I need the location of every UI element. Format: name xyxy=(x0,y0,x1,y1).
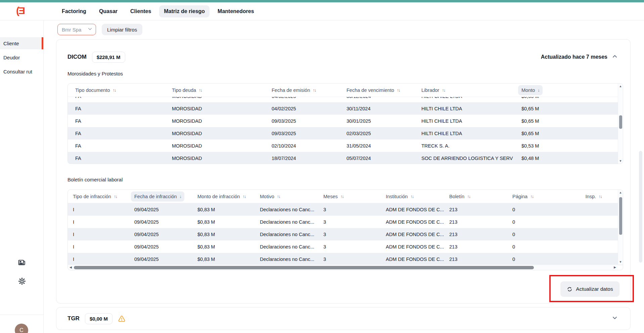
table-cell: 213 xyxy=(444,207,507,212)
column-header-p-gina[interactable]: Página↑↓ xyxy=(507,194,572,199)
chevron-down-icon[interactable] xyxy=(611,315,618,323)
nav-item-factoring[interactable]: Factoring xyxy=(57,5,91,17)
table-cell: MOROSIDAD xyxy=(165,131,264,136)
sort-both-icon: ↑↓ xyxy=(340,194,343,199)
page-scrollbar-thumb[interactable] xyxy=(639,151,642,263)
table-cell: ADM DE FONDOS DE C... xyxy=(381,257,444,262)
scroll-right-arrow[interactable]: ▶ xyxy=(614,266,616,269)
table-cell: 213 xyxy=(444,257,507,262)
table-cell: 09/04/2025 xyxy=(129,257,192,262)
table-cell: 02/10/2024 xyxy=(264,143,339,149)
app-header: (Ǝ Factoring Quasar Clientes Matriz de r… xyxy=(0,2,644,20)
news-icon[interactable] xyxy=(17,258,27,268)
sort-both-icon: ↑↓ xyxy=(199,88,202,93)
brand-logo-icon[interactable]: (Ǝ xyxy=(16,5,24,16)
column-header-label: Monto xyxy=(521,88,535,93)
table-row[interactable]: I09/04/2025$0,83 MDeclaraciones no Canc.… xyxy=(68,216,623,228)
table-row[interactable]: I09/04/2025$0,83 MDeclaraciones no Canc.… xyxy=(68,203,623,216)
client-filter-select[interactable]: Bmr Spa xyxy=(57,24,96,35)
nav-item-clientes[interactable]: Clientes xyxy=(126,5,156,17)
table-cell: 09/04/2025 xyxy=(129,207,192,212)
table-cell: 09/04/2025 xyxy=(129,219,192,225)
settings-gear-icon[interactable] xyxy=(17,276,27,286)
table-cell: FA xyxy=(68,97,165,99)
column-header-meses[interactable]: Meses↑↓ xyxy=(318,194,381,199)
table-cell: I xyxy=(68,244,129,249)
table-cell: HILTI CHILE LTDA xyxy=(414,97,514,99)
column-header-tipo-de-infracci-n[interactable]: Tipo de infracción↑↓ xyxy=(68,194,129,199)
chevron-down-icon xyxy=(88,26,92,33)
scrollbar-thumb[interactable] xyxy=(619,115,622,129)
morosidades-section-title: Morosidades y Protestos xyxy=(67,71,123,76)
column-header-monto-de-infracci-n[interactable]: Monto de infracción↑↓ xyxy=(192,194,255,199)
scroll-down-arrow[interactable]: ▼ xyxy=(618,159,623,163)
user-avatar[interactable]: C xyxy=(15,324,28,333)
refresh-icon xyxy=(567,286,572,292)
scrollbar-thumb[interactable] xyxy=(74,266,534,269)
table-cell: 05/07/2024 xyxy=(339,156,414,161)
column-header-label: Monto de infracción xyxy=(197,194,240,199)
sidebar-item-deudor[interactable]: Deudor xyxy=(0,51,44,63)
table-cell: 04/02/2025 xyxy=(264,106,339,111)
morosidades-table-body: FAMOROSIDAD04/02/202530/11/2024HILTI CHI… xyxy=(68,102,623,164)
refresh-data-button[interactable]: Actualizar datos xyxy=(560,281,619,297)
sidebar-item-consultar-rut[interactable]: Consultar rut xyxy=(0,65,44,77)
table-row[interactable]: I09/04/2025$0,83 MDeclaraciones no Canc.… xyxy=(68,240,623,253)
scrollbar-thumb[interactable] xyxy=(619,197,622,235)
table-row[interactable]: FAMOROSIDAD04/02/202530/11/2024HILTI CHI… xyxy=(68,102,623,115)
sort-both-icon: ↑↓ xyxy=(277,194,280,199)
table-cell: 3 xyxy=(318,257,381,262)
scroll-up-arrow[interactable]: ▲ xyxy=(618,85,623,88)
column-header-tipo-documento[interactable]: Tipo documento↑↓ xyxy=(68,88,165,93)
chevron-up-icon[interactable] xyxy=(611,53,618,61)
column-header-label: Fecha de infracción xyxy=(134,194,177,199)
table-cell: $0,65 M xyxy=(514,97,618,99)
column-header-motivo[interactable]: Motivo↑↓ xyxy=(255,194,318,199)
table-cell: FA xyxy=(68,143,165,149)
sidebar-item-cliente[interactable]: Cliente xyxy=(0,37,44,49)
horizontal-scrollbar: ◀ ▶ xyxy=(68,265,618,270)
table-cell: ADM DE FONDOS DE C... xyxy=(381,219,444,225)
table-cell: $0,48 M xyxy=(514,156,618,161)
tgr-title: TGR xyxy=(67,315,80,322)
column-header-librador[interactable]: Librador↑↓ xyxy=(414,88,514,93)
table-row[interactable]: I09/04/2025$0,83 MDeclaraciones no Canc.… xyxy=(68,228,623,240)
scroll-down-arrow[interactable]: ▼ xyxy=(618,260,623,264)
table-cell: $0,65 M xyxy=(514,131,618,136)
table-cell: ADM DE FONDOS DE C... xyxy=(381,244,444,249)
table-row[interactable]: FAMOROSIDAD04/02/202530/12/2024HILTI CHI… xyxy=(68,97,623,102)
table-cell: $0,53 M xyxy=(514,143,618,149)
table-cell: HILTI CHILE LTDA xyxy=(414,131,514,136)
table-row[interactable]: I09/04/2025$0,83 MDeclaraciones no Canc.… xyxy=(68,253,623,265)
dicom-title: DICOM xyxy=(67,54,87,60)
table-row[interactable]: FAMOROSIDAD02/10/202431/05/2024TRECK S. … xyxy=(68,140,623,152)
table-cell: ADM DE FONDOS DE C... xyxy=(381,207,444,212)
column-header-insp-[interactable]: Insp.↑↓ xyxy=(572,194,618,199)
column-header-label: Librador xyxy=(421,88,439,93)
table-cell: 0 xyxy=(507,257,572,262)
sidebar: Cliente Deudor Consultar rut xyxy=(0,20,44,333)
nav-item-mantenedores[interactable]: Mantenedores xyxy=(213,5,259,17)
column-header-label: Tipo documento xyxy=(75,88,110,93)
scroll-left-arrow[interactable]: ◀ xyxy=(70,266,72,269)
table-cell: 30/12/2024 xyxy=(339,97,414,99)
column-header-instituci-n[interactable]: Institución↑↓ xyxy=(381,194,444,199)
column-header-monto[interactable]: Monto↓ xyxy=(514,85,618,95)
table-cell: FA xyxy=(68,131,165,136)
table-cell: 09/03/2025 xyxy=(264,131,339,136)
table-cell: 0 xyxy=(507,219,572,225)
column-header-fecha-de-emisi-n[interactable]: Fecha de emisión↑↓ xyxy=(264,88,339,93)
table-row[interactable]: FAMOROSIDAD09/03/202502/03/2025HILTI CHI… xyxy=(68,127,623,140)
nav-item-quasar[interactable]: Quasar xyxy=(94,5,122,17)
table-cell: HILTI CHILE LTDA xyxy=(414,118,514,124)
column-header-fecha-de-infracci-n[interactable]: Fecha de infracción↓ xyxy=(129,191,192,202)
table-row[interactable]: FAMOROSIDAD18/07/202405/07/2024SOC DE AR… xyxy=(68,152,623,164)
column-header-tipo-deuda[interactable]: Tipo deuda↑↓ xyxy=(165,88,264,93)
nav-item-matriz-de-riesgo[interactable]: Matriz de riesgo xyxy=(159,5,210,17)
column-header-fecha-de-vencimiento[interactable]: Fecha de vencimiento↑↓ xyxy=(339,88,414,93)
clear-filters-button[interactable]: Limpiar filtros xyxy=(102,24,142,35)
column-header-label: Tipo de infracción xyxy=(73,194,111,199)
scroll-up-arrow[interactable]: ▲ xyxy=(618,191,623,194)
table-row[interactable]: FAMOROSIDAD09/03/202530/01/2025HILTI CHI… xyxy=(68,115,623,127)
column-header-bolet-n[interactable]: Boletín↑↓ xyxy=(444,194,507,199)
